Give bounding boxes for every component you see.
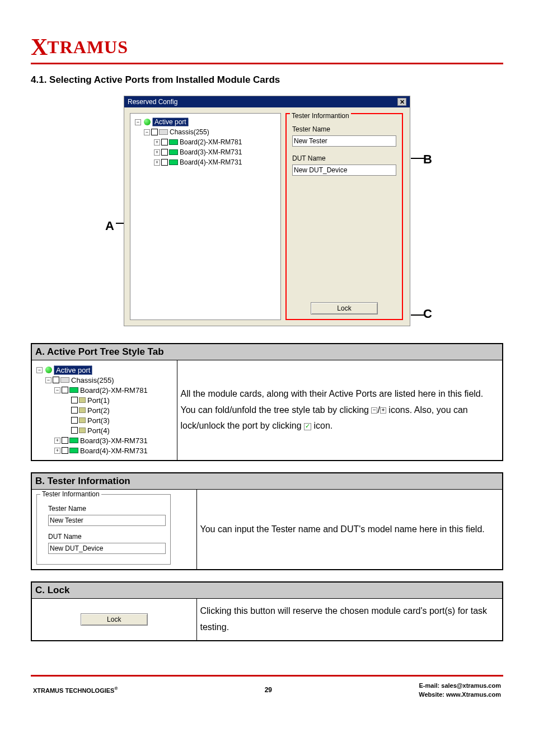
checkbox[interactable] [62,437,68,444]
checkbox[interactable] [71,427,78,434]
tester-name-input[interactable] [292,135,396,147]
expander-icon[interactable]: − [144,129,150,135]
footer-email[interactable]: sales@xtramus.com [441,682,501,689]
board-icon [169,139,178,145]
tree-port[interactable]: Port(3) [87,416,110,425]
checkbox[interactable] [161,139,168,145]
lock-button[interactable]: Lock [81,613,148,626]
chassis-icon [60,377,69,383]
tree-chassis[interactable]: Chassis(255) [71,376,114,384]
callout-b: B [423,152,432,167]
checkbox[interactable] [161,149,168,156]
dut-name-input[interactable] [48,543,166,554]
expander-icon[interactable]: − [36,367,43,373]
table-b: B. Tester Information Tester Informantio… [31,472,503,570]
dut-name-label: DUT Name [292,154,396,162]
tester-name-label: Tester Name [292,125,396,133]
tree-board[interactable]: Board(3)-XM-RM731 [180,148,242,156]
groupbox-legend: Tester Informantion [40,490,101,498]
callout-a: A [96,96,124,233]
orb-icon [45,367,52,373]
chassis-icon [159,129,168,135]
tree-chassis[interactable]: Chassis(255) [170,128,209,136]
tester-info-box: Tester Informantion Tester Name DUT Name [36,494,171,565]
dialog-title-text: Reserved Config [128,98,177,106]
port-icon [79,417,86,423]
table-a-desc: All the module cards, along with their A… [177,360,503,461]
table-c-header: C. Lock [31,582,503,599]
board-icon [169,159,178,165]
minus-icon: − [371,407,377,414]
table-b-desc: You can input the Tester name and DUT's … [196,490,503,570]
tree-port[interactable]: Port(1) [87,396,110,405]
plus-icon: + [380,407,386,414]
tree-port[interactable]: Port(2) [87,406,110,415]
footer-website[interactable]: www.Xtramus.com [446,691,501,698]
checkbox[interactable] [71,407,78,414]
checkbox[interactable] [62,387,68,393]
footer-left: XTRAMUS TECHNOLOGIES® [33,686,118,694]
checkbox[interactable] [62,447,68,454]
expander-icon[interactable]: + [54,438,60,444]
board-icon [69,438,78,443]
lock-button[interactable]: Lock [311,302,378,314]
tree-root[interactable]: Active port [54,365,92,375]
callout-c: C [423,307,432,321]
port-icon [79,397,86,403]
tree-port[interactable]: Port(4) [87,426,110,435]
expander-icon[interactable]: + [154,149,160,156]
logo-rest: TRAMUS [47,37,128,58]
table-b-header: B. Tester Information [31,473,503,490]
expander-icon[interactable]: − [135,119,141,125]
board-icon [69,387,78,393]
tree-board[interactable]: Board(3)-XM-RM731 [80,436,148,445]
section-title: 4.1. Selecting Active Ports from Install… [31,74,503,86]
table-c-desc: Clicking this button will reserve the ch… [196,599,503,641]
tree-board[interactable]: Board(4)-XM-RM731 [180,158,242,166]
table-a-header: A. Active Port Tree Style Tab [31,344,503,360]
mini-tree: −Active port −Chassis(255) −Board(2)-XM-… [36,365,172,456]
tree-root[interactable]: Active port [152,118,189,126]
table-c: C. Lock Lock Clicking this button will r… [31,581,503,641]
checkbox[interactable] [71,417,78,424]
table-a: A. Active Port Tree Style Tab −Active po… [31,343,503,461]
orb-icon [144,119,151,125]
logo: XTRAMUS [31,34,503,60]
tree-board[interactable]: Board(2)-XM-RM781 [180,138,242,146]
groupbox-legend: Tester Informantion [290,112,351,120]
page-number: 29 [265,686,272,694]
checkbox[interactable] [161,159,168,166]
tester-info-panel: Tester Informantion Tester Name DUT Name… [285,113,403,320]
port-icon [79,407,86,413]
dut-name-label: DUT Name [43,533,165,541]
header-rule [31,63,503,64]
expander-icon[interactable]: + [154,139,160,145]
expander-icon[interactable]: − [54,387,60,393]
checkbox[interactable] [151,129,158,135]
figure: A Reserved Config ✕ −Active port −Chassi… [31,96,503,326]
dut-name-input[interactable] [292,165,396,176]
checkbox[interactable] [71,397,78,403]
expander-icon[interactable]: + [154,159,160,166]
tree-board[interactable]: Board(2)-XM-RM781 [80,386,148,395]
dialog-titlebar: Reserved Config ✕ [124,96,410,107]
footer: XTRAMUS TECHNOLOGIES® 29 E-mail: sales@x… [31,681,503,711]
check-icon: ✓ [304,423,311,430]
port-icon [79,428,86,433]
tree-board[interactable]: Board(4)-XM-RM731 [80,447,148,455]
tester-name-label: Tester Name [43,505,165,513]
reserved-config-dialog: Reserved Config ✕ −Active port −Chassis(… [124,96,410,326]
expander-icon[interactable]: − [45,377,51,383]
board-icon [169,149,178,155]
tree-panel: −Active port −Chassis(255) +Board(2)-XM-… [130,113,281,320]
footer-right: E-mail: sales@xtramus.com Website: www.X… [419,681,501,699]
footer-rule [31,675,503,677]
close-icon[interactable]: ✕ [397,98,406,106]
tester-name-input[interactable] [48,515,166,526]
checkbox[interactable] [53,377,59,383]
board-icon [69,448,78,453]
logo-x: X [31,34,47,60]
expander-icon[interactable]: + [54,448,60,454]
